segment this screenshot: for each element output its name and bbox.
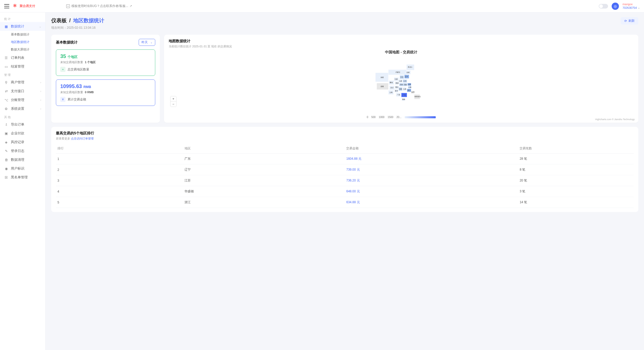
menu-toggle[interactable] bbox=[4, 4, 9, 8]
stat-unit: 个地区 bbox=[68, 55, 78, 59]
svg-text:黑龙江: 黑龙江 bbox=[408, 66, 412, 68]
sidebar-item-label: 企业付款 bbox=[11, 131, 24, 136]
map-zoom-controls: + − bbox=[170, 96, 176, 107]
sidebar-item-label: 数据统计 bbox=[11, 24, 24, 29]
svg-text:内蒙古: 内蒙古 bbox=[396, 71, 400, 73]
stat-foot-label: 总交易地区数量 bbox=[68, 67, 89, 72]
stat-value: 35 bbox=[60, 53, 66, 59]
sidebar-item-export-order[interactable]: ⇩ 导出订单 bbox=[0, 120, 45, 129]
sidebar-item-split[interactable]: ⌥ 分账管理 › bbox=[0, 96, 45, 104]
svg-text:河北: 河北 bbox=[400, 76, 403, 78]
map-chart-title: 中国地图 - 交易统计 bbox=[169, 50, 634, 55]
svg-text:新疆: 新疆 bbox=[381, 76, 384, 78]
table-row: 3江苏736.20 元20 笔 bbox=[56, 175, 634, 186]
svg-text:吉林: 吉林 bbox=[406, 72, 410, 73]
logo[interactable]: 聚合易支付 bbox=[13, 4, 35, 9]
zoom-out-button[interactable]: − bbox=[171, 101, 176, 107]
sidebar-item-login-log[interactable]: ✎ 登录日志 bbox=[0, 147, 45, 155]
sidebar-item-merchant[interactable]: ⚲ 商户管理 › bbox=[0, 78, 45, 87]
sidebar-item-label: 订单列表 bbox=[11, 55, 24, 60]
svg-text:甘肃: 甘肃 bbox=[395, 78, 398, 80]
zoom-in-button[interactable]: + bbox=[171, 96, 176, 101]
svg-text:浙江: 浙江 bbox=[408, 90, 411, 91]
now-time: 现在时间：2025-02-01 13:04:16 bbox=[51, 26, 104, 30]
cell-count: 14 笔 bbox=[518, 197, 634, 208]
chevron-right-icon: › bbox=[40, 107, 41, 110]
svg-text:广西: 广西 bbox=[397, 94, 400, 96]
sidebar-item-user-tag[interactable]: ◉ 用户标识 bbox=[0, 164, 45, 173]
svg-text:南海诸岛: 南海诸岛 bbox=[414, 96, 421, 97]
chevron-down-icon: ⌄ bbox=[638, 6, 640, 9]
cell-amount: 736.20 元 bbox=[345, 175, 518, 186]
rank-table: 排行 地区 交易金额 交易笔数 1广东1604.88 元28 笔2辽宁739.0… bbox=[56, 144, 634, 208]
user-menu[interactable]: mangox 702630754⌄ bbox=[623, 3, 640, 9]
log-icon: ✎ bbox=[4, 149, 8, 153]
range-dropdown[interactable]: 昨天 ⌄ bbox=[139, 39, 155, 46]
theme-toggle[interactable] bbox=[599, 4, 608, 9]
cell-amount: 739.00 元 bbox=[345, 164, 518, 175]
group-label-stats: 统 计 bbox=[0, 15, 45, 22]
sidebar-item-settle[interactable]: ▭ 结算管理 bbox=[0, 62, 45, 71]
sidebar-item-pay-api[interactable]: ⇄ 支付接口 › bbox=[0, 87, 45, 96]
sidebar-item-label: 登录日志 bbox=[11, 149, 24, 153]
chart-credit: Highcharts.com © Jianshu Technology bbox=[595, 118, 635, 121]
svg-text:四川: 四川 bbox=[390, 87, 394, 89]
dashboard-icon: ▦ bbox=[4, 24, 8, 28]
stat-regions: 35 个地区 未知交易地区数量 1 个地区 ⌖ 总交易地区数量 bbox=[56, 49, 155, 76]
sidebar-item-data-clean[interactable]: 🗑 数据清理 bbox=[0, 155, 45, 164]
svg-text:山西: 山西 bbox=[399, 80, 402, 82]
top-notice-link[interactable]: ≡ 模板使用时有BUG？点击联系作者/客服... ↗ bbox=[66, 4, 132, 8]
svg-text:重庆: 重庆 bbox=[395, 86, 398, 88]
export-icon: ⇩ bbox=[4, 122, 8, 127]
table-row: 1广东1604.88 元28 笔 bbox=[56, 154, 634, 164]
refresh-button[interactable]: ⟳ 刷新 bbox=[621, 17, 638, 25]
chevron-down-icon: ⌄ bbox=[39, 25, 41, 28]
dropdown-value: 昨天 bbox=[142, 40, 148, 45]
sidebar-sub-region-stats[interactable]: 地区数据统计 bbox=[11, 38, 45, 46]
sidebar-item-blacklist[interactable]: ☒ 黑名单管理 bbox=[0, 173, 45, 182]
map-stats-card: 地图数据统计 当前统计图仅统计 2025-01-31 至 现在 的交易情况 中国… bbox=[164, 35, 638, 123]
user-id: 702630754 bbox=[623, 6, 637, 10]
wallet-icon: ▣ bbox=[4, 131, 8, 135]
shield-icon: ◈ bbox=[4, 140, 8, 144]
sidebar-item-label: 支付接口 bbox=[11, 89, 24, 93]
sidebar-item-order-list[interactable]: ☰ 订单列表 bbox=[0, 53, 45, 62]
blacklist-icon: ☒ bbox=[4, 175, 8, 179]
cell-region: 华盛顿 bbox=[183, 186, 345, 197]
list-icon: ☰ bbox=[4, 56, 8, 60]
svg-text:江西: 江西 bbox=[403, 88, 406, 90]
cell-rank: 3 bbox=[56, 175, 183, 186]
sidebar-item-data-stats[interactable]: ▦ 数据统计 ⌄ bbox=[0, 22, 45, 31]
cell-count: 28 笔 bbox=[518, 154, 634, 164]
avatar[interactable]: ◎ bbox=[612, 3, 619, 10]
card-desc: 当前统计图仅统计 2025-01-31 至 现在 的交易情况 bbox=[169, 45, 634, 48]
card-title: 基本数据统计 bbox=[56, 40, 78, 45]
cell-region: 浙江 bbox=[183, 197, 345, 208]
sidebar-item-label: 黑名单管理 bbox=[11, 175, 28, 180]
sidebar-item-risk-log[interactable]: ◈ 风控记录 bbox=[0, 138, 45, 147]
chevron-right-icon: › bbox=[40, 99, 41, 101]
cell-rank: 2 bbox=[56, 164, 183, 175]
table-row: 5浙江634.88 元14 笔 bbox=[56, 197, 634, 208]
logo-icon bbox=[13, 4, 18, 9]
document-icon: ≡ bbox=[66, 4, 70, 8]
svg-text:广东: 广东 bbox=[403, 94, 406, 96]
sidebar-item-label: 分账管理 bbox=[11, 98, 24, 102]
crumb-main: 仪表板 bbox=[51, 18, 67, 23]
tag-icon: ◉ bbox=[4, 166, 8, 171]
svg-text:云南: 云南 bbox=[389, 92, 393, 93]
group-label-manage: 管 理 bbox=[0, 71, 45, 78]
logo-text: 聚合易支付 bbox=[20, 4, 35, 8]
sidebar-item-enterprise-pay[interactable]: ▣ 企业付款 bbox=[0, 129, 45, 138]
crumb-sub: 地区数据统计 bbox=[73, 18, 104, 23]
table-row: 2辽宁739.00 元8 笔 bbox=[56, 164, 634, 175]
sidebar-sub-bigscreen-stats[interactable]: 数据大屏统计 bbox=[11, 46, 45, 53]
china-map[interactable]: 新疆 西藏 内蒙古 黑龙江 吉林 辽宁 青海 甘肃 河北 山西 山东 陕西 河南… bbox=[373, 61, 430, 108]
sidebar-item-system[interactable]: ⚙ 系统设置 › bbox=[0, 104, 45, 113]
rank-more-link[interactable]: 点击访问订单管理 bbox=[71, 137, 94, 140]
refresh-label: 刷新 bbox=[628, 19, 635, 23]
sidebar-sub-basic-stats[interactable]: 基本数据统计 bbox=[11, 31, 45, 38]
notice-text: 模板使用时有BUG？点击联系作者/客服... bbox=[71, 4, 128, 8]
sidebar: 统 计 ▦ 数据统计 ⌄ 基本数据统计 地区数据统计 数据大屏统计 ☰ 订单列表… bbox=[0, 12, 46, 350]
svg-text:河南: 河南 bbox=[400, 84, 403, 85]
